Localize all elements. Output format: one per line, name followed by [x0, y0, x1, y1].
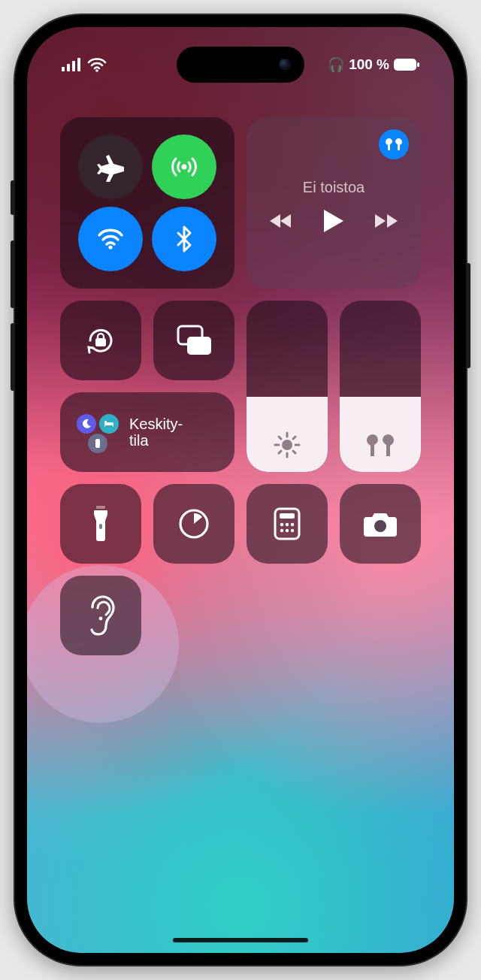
volume-down-button: [11, 323, 15, 391]
timer-icon: [177, 507, 210, 540]
cellular-data-toggle[interactable]: [152, 135, 216, 199]
cellular-antenna-icon: [169, 152, 199, 182]
svg-point-4: [95, 69, 98, 72]
dynamic-island: [177, 47, 304, 83]
orientation-lock-toggle[interactable]: [60, 301, 141, 380]
camera-button[interactable]: [340, 484, 421, 564]
bluetooth-icon: [169, 224, 199, 254]
calculator-icon: [274, 507, 301, 540]
media-next-button[interactable]: [375, 213, 398, 229]
focus-modes-cluster-icon: [77, 411, 119, 453]
svg-rect-22: [94, 510, 107, 515]
svg-rect-27: [280, 513, 295, 519]
brightness-icon: [274, 431, 301, 458]
svg-point-29: [286, 523, 289, 526]
airpods-icon: [384, 137, 404, 152]
svg-rect-23: [99, 524, 102, 529]
personal-focus-icon: [88, 434, 107, 453]
svg-rect-3: [77, 58, 80, 71]
home-indicator[interactable]: [173, 938, 308, 942]
dnd-moon-icon: [77, 414, 96, 434]
side-button: [466, 263, 470, 368]
airplane-icon: [95, 152, 126, 182]
media-prev-button[interactable]: [270, 213, 292, 229]
battery-icon: [394, 59, 419, 71]
audio-output-badge[interactable]: [379, 129, 409, 159]
svg-point-30: [291, 523, 294, 526]
timer-button[interactable]: [153, 484, 234, 564]
svg-line-19: [279, 451, 281, 453]
svg-rect-1: [67, 64, 70, 71]
cellular-signal-icon: [62, 58, 81, 71]
svg-point-35: [99, 617, 103, 621]
svg-point-12: [282, 440, 292, 450]
screen-mirroring-button[interactable]: [153, 301, 234, 380]
svg-rect-2: [72, 61, 75, 71]
svg-rect-9: [95, 338, 106, 346]
svg-point-33: [291, 529, 294, 532]
svg-rect-21: [95, 439, 100, 448]
airplane-mode-toggle[interactable]: [78, 135, 143, 199]
sleep-bed-icon: [99, 414, 119, 434]
svg-line-17: [279, 437, 281, 439]
connectivity-group[interactable]: [60, 117, 234, 289]
calculator-button[interactable]: [247, 484, 328, 564]
orientation-lock-icon: [83, 323, 118, 358]
wifi-icon: [87, 57, 107, 72]
media-title: Ei toistoa: [303, 179, 365, 196]
svg-point-31: [280, 529, 283, 532]
control-center: Ei toistoa: [27, 27, 454, 953]
wifi-icon: [95, 224, 126, 254]
brightness-slider[interactable]: [247, 301, 328, 472]
media-playback-tile[interactable]: Ei toistoa: [247, 117, 421, 289]
focus-label-line2: tila: [129, 432, 183, 449]
svg-point-32: [286, 529, 289, 532]
bluetooth-toggle[interactable]: [152, 207, 216, 271]
battery-percent-text: 100 %: [349, 56, 389, 73]
wifi-toggle[interactable]: [78, 207, 143, 271]
volume-slider[interactable]: [340, 301, 421, 472]
ring-switch: [11, 180, 15, 215]
camera-icon: [362, 510, 398, 538]
hearing-button[interactable]: [60, 576, 141, 655]
svg-point-7: [182, 165, 187, 170]
ear-icon: [84, 595, 117, 636]
svg-point-34: [374, 520, 386, 532]
volume-up-button: [11, 240, 15, 308]
svg-line-20: [293, 437, 295, 439]
flashlight-button[interactable]: [60, 484, 141, 564]
focus-mode-button[interactable]: Keskity- tila: [60, 392, 234, 472]
svg-rect-11: [187, 337, 211, 355]
media-play-button[interactable]: [324, 210, 343, 232]
svg-rect-6: [417, 62, 419, 67]
flashlight-icon: [91, 506, 110, 542]
svg-point-8: [108, 245, 112, 249]
headphones-icon: 🎧: [328, 56, 344, 73]
focus-label-line1: Keskity-: [129, 416, 183, 432]
svg-rect-24: [96, 506, 105, 509]
airpods-icon: [364, 433, 397, 458]
svg-rect-0: [62, 67, 65, 71]
svg-point-28: [280, 523, 283, 526]
screen: 🎧 100 %: [27, 27, 454, 953]
iphone-device-frame: 🎧 100 %: [15, 15, 466, 965]
screen-mirroring-icon: [175, 325, 213, 356]
svg-line-18: [293, 451, 295, 453]
svg-rect-5: [394, 59, 416, 71]
